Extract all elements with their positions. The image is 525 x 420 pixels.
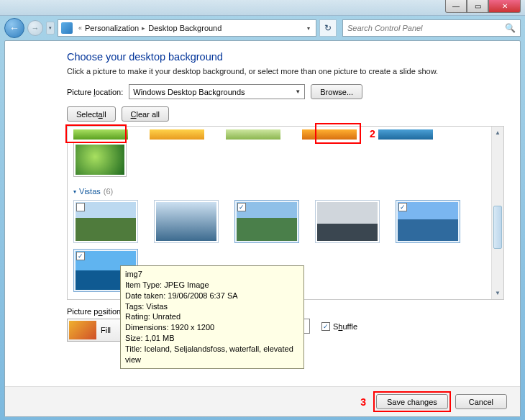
collapse-triangle-icon: ▾ [73, 188, 76, 195]
save-changes-button[interactable]: Save changes [376, 394, 448, 409]
vertical-scrollbar[interactable]: ▲ ▼ [491, 127, 503, 299]
arrow-right-icon: → [32, 24, 40, 32]
address-dropdown-icon[interactable]: ▾ [304, 25, 313, 32]
group-count: (6) [104, 187, 113, 196]
picture-location-dropdown[interactable]: Windows Desktop Backgrounds ▼ [129, 84, 305, 99]
thumbnail-partial[interactable] [302, 129, 357, 140]
window-close-button[interactable]: ✕ [488, 0, 521, 13]
group-name: Vistas [79, 187, 101, 196]
clear-all-button[interactable]: Clear all [122, 106, 169, 122]
search-input[interactable] [347, 24, 505, 32]
window-minimize-button[interactable]: — [445, 0, 467, 13]
annotation-number-3: 3 [360, 396, 366, 408]
thumbnail[interactable] [73, 142, 127, 177]
thumbnail-partial[interactable] [150, 129, 204, 140]
thumbnail[interactable] [315, 200, 380, 243]
nav-forward-button[interactable]: → [27, 20, 43, 36]
scrollbar-thumb[interactable] [493, 206, 502, 249]
chevron-down-icon: ▼ [295, 88, 301, 95]
thumbnail-tooltip: img7 Item Type: JPEG Image Date taken: 1… [120, 265, 304, 369]
thumbnail-checkbox[interactable]: ✓ [237, 203, 246, 211]
search-icon: 🔍 [505, 23, 516, 33]
thumbnail[interactable]: ✓ [234, 200, 299, 243]
content-panel: Choose your desktop background Click a p… [4, 40, 521, 417]
shuffle-checkbox[interactable]: ✓ [321, 322, 330, 331]
group-header-vistas[interactable]: ▾ Vistas (6) [73, 187, 485, 196]
scroll-down-button[interactable]: ▼ [492, 287, 503, 299]
picture-location-value: Windows Desktop Backgrounds [133, 88, 245, 96]
select-all-button[interactable]: Select all [67, 106, 116, 122]
refresh-icon: ↻ [324, 23, 332, 33]
refresh-button[interactable]: ↻ [319, 19, 337, 37]
breadcrumb-parent[interactable]: Personalization [85, 24, 139, 32]
thumbnail-partial[interactable] [378, 129, 433, 140]
page-title: Choose your desktop background [67, 51, 504, 63]
thumbnail-partial[interactable] [73, 129, 128, 140]
thumbnail-checkbox[interactable]: ✓ [398, 203, 407, 211]
cancel-button[interactable]: Cancel [455, 394, 507, 409]
thumbnail-checkbox[interactable]: ✓ [76, 252, 85, 260]
page-subtitle: Click a picture to make it your desktop … [67, 67, 504, 76]
arrow-left-icon: ← [9, 22, 19, 34]
explorer-navbar: ← → ▾ « Personalization ▸ Desktop Backgr… [0, 16, 525, 40]
thumbnail-partial[interactable] [226, 129, 280, 140]
window-maximize-button[interactable]: ▭ [467, 0, 488, 13]
breadcrumb-chevron-icon: ▸ [142, 24, 145, 32]
browse-button[interactable]: Browse... [311, 84, 362, 99]
dialog-button-bar: 3 Save changes Cancel [5, 386, 520, 416]
window-titlebar: — ▭ ✕ [0, 0, 525, 16]
address-bar[interactable]: « Personalization ▸ Desktop Background ▾ [58, 19, 316, 37]
picture-location-label: Picture location: [67, 88, 123, 96]
thumbnail[interactable] [73, 200, 138, 243]
control-panel-icon [61, 22, 73, 34]
search-box[interactable]: 🔍 [342, 19, 521, 37]
nav-history-dropdown[interactable]: ▾ [46, 22, 55, 35]
breadcrumb-chevron-icon: « [78, 24, 82, 32]
position-preview-icon [69, 321, 96, 339]
annotation-number-2: 2 [370, 128, 375, 140]
thumbnail-checkbox[interactable] [76, 203, 85, 211]
thumbnail[interactable] [154, 200, 219, 243]
thumbnail[interactable]: ✓ [396, 200, 460, 243]
breadcrumb-current[interactable]: Desktop Background [148, 24, 222, 32]
nav-back-button[interactable]: ← [4, 18, 24, 38]
scroll-up-button[interactable]: ▲ [492, 127, 503, 139]
shuffle-label: Shuffle [333, 322, 357, 331]
picture-position-value: Fill [101, 326, 111, 334]
